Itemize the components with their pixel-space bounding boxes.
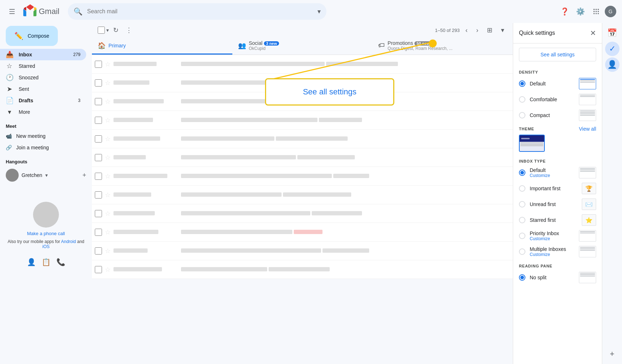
email-checkbox[interactable] (95, 98, 102, 105)
ios-link[interactable]: iOS (42, 244, 50, 249)
table-row[interactable]: ☆ (92, 260, 513, 279)
inbox-important-first-option[interactable]: Important first 🏆 (513, 181, 602, 196)
inbox-default-radio[interactable] (519, 169, 525, 176)
table-row[interactable]: ☆ (92, 111, 513, 130)
inbox-default-option[interactable]: DefaultCustomize (513, 165, 602, 181)
density-default-radio[interactable] (519, 80, 525, 87)
phone-icon[interactable]: 📞 (56, 258, 65, 266)
email-checkbox[interactable] (95, 135, 102, 143)
email-checkbox[interactable] (95, 266, 102, 273)
density-comfortable-radio[interactable] (519, 96, 525, 103)
settings-button[interactable]: ⚙️ (573, 4, 588, 19)
star-icon[interactable]: ☆ (105, 266, 111, 274)
star-icon[interactable]: ☆ (105, 228, 111, 236)
quick-settings-close-button[interactable]: ✕ (590, 29, 596, 37)
inbox-starred-first-radio[interactable] (519, 217, 525, 223)
theme-preview[interactable] (519, 135, 545, 152)
star-icon[interactable]: ☆ (105, 191, 111, 199)
table-row[interactable]: ☆ (92, 242, 513, 260)
add-people-icon[interactable]: 👤 (27, 258, 36, 266)
search-input[interactable] (87, 8, 313, 15)
tab-promotions[interactable]: 🏷 Promotions 50 new Quora Digest, Roam R… (372, 37, 513, 55)
tab-social[interactable]: 👥 Social 3 new OkCupid (232, 37, 373, 55)
apps-button[interactable] (589, 4, 603, 19)
email-checkbox[interactable] (95, 191, 102, 199)
star-icon[interactable]: ☆ (105, 98, 111, 106)
email-checkbox[interactable] (95, 61, 102, 68)
density-compact-option[interactable]: Compact (513, 107, 602, 123)
star-icon[interactable]: ☆ (105, 79, 111, 87)
inbox-unread-first-option[interactable]: Unread first ✉️ (513, 196, 602, 212)
sidebar-item-join-meeting[interactable]: 🔗 Join a meeting (0, 142, 92, 153)
theme-view-all-button[interactable]: View all (579, 126, 596, 132)
google-meet-icon[interactable]: 📅 (605, 26, 619, 40)
tasks-icon[interactable]: ✓ (605, 42, 619, 56)
email-checkbox[interactable] (95, 117, 102, 124)
contacts-panel-icon[interactable]: 👤 (605, 57, 619, 72)
star-icon[interactable]: ☆ (105, 247, 111, 255)
view-options-button[interactable]: ⊞ (484, 25, 495, 36)
table-row[interactable]: ☆ (92, 74, 513, 92)
email-checkbox[interactable] (95, 229, 102, 236)
prev-page-button[interactable]: ‹ (463, 25, 470, 36)
expand-icon[interactable]: + (605, 347, 619, 361)
table-row[interactable]: ☆ (92, 130, 513, 148)
inbox-multiple-customize[interactable]: Customize (530, 252, 575, 257)
star-icon[interactable]: ☆ (105, 210, 111, 218)
sidebar-item-sent[interactable]: ➤ Sent (0, 83, 86, 95)
search-chevron-icon[interactable]: ▾ (317, 8, 321, 15)
table-row[interactable]: ☆ (92, 55, 513, 74)
hangouts-add-icon[interactable]: + (82, 172, 86, 179)
inbox-priority-option[interactable]: Priority InboxCustomize (513, 228, 602, 244)
email-checkbox[interactable] (95, 154, 102, 161)
table-row[interactable]: ☆ (92, 92, 513, 111)
contacts-icon[interactable]: 📋 (42, 258, 51, 266)
search-bar[interactable]: 🔍 ▾ (68, 3, 326, 20)
help-button[interactable]: ❓ (557, 4, 572, 19)
refresh-button[interactable]: ↻ (110, 25, 121, 36)
density-compact-radio[interactable] (519, 112, 525, 118)
inbox-default-customize[interactable]: Customize (530, 173, 575, 178)
inbox-priority-customize[interactable]: Customize (530, 236, 575, 241)
reading-pane-no-split-radio[interactable] (519, 274, 525, 281)
star-icon[interactable]: ☆ (105, 172, 111, 180)
see-all-settings-button[interactable]: See all settings (519, 48, 596, 61)
star-icon[interactable]: ☆ (105, 154, 111, 162)
star-icon[interactable]: ☆ (105, 135, 111, 143)
star-icon[interactable]: ☆ (105, 116, 111, 124)
sidebar-item-drafts[interactable]: 📄 Drafts 3 (0, 95, 86, 106)
table-row[interactable]: ☆ (92, 148, 513, 167)
reading-pane-no-split-option[interactable]: No split (513, 270, 602, 285)
more-options-button[interactable]: ⋮ (123, 25, 135, 36)
email-checkbox[interactable] (95, 173, 102, 180)
inbox-unread-first-radio[interactable] (519, 201, 525, 207)
view-more-button[interactable]: ▾ (498, 25, 507, 36)
sidebar-item-new-meeting[interactable]: 📹 New meeting (0, 130, 92, 142)
hamburger-button[interactable] (6, 4, 20, 19)
email-checkbox[interactable] (95, 210, 102, 217)
table-row[interactable]: ☆ (92, 223, 513, 242)
sidebar-item-snoozed[interactable]: 🕐 Snoozed (0, 72, 86, 83)
density-default-option[interactable]: Default (513, 76, 602, 92)
android-link[interactable]: Android (61, 239, 76, 244)
inbox-multiple-radio[interactable] (519, 248, 525, 255)
next-page-button[interactable]: › (473, 25, 481, 36)
sidebar-item-more[interactable]: ▾ More (0, 106, 86, 118)
select-all-checkbox[interactable] (98, 27, 105, 34)
select-dropdown-icon[interactable]: ▾ (106, 27, 109, 33)
tab-primary[interactable]: 🏠 Primary (92, 37, 232, 55)
email-checkbox[interactable] (95, 79, 102, 87)
inbox-priority-radio[interactable] (519, 233, 525, 239)
avatar[interactable]: G (605, 6, 616, 17)
phone-call-link[interactable]: Make a phone call (27, 231, 65, 236)
inbox-important-first-radio[interactable] (519, 185, 525, 192)
sidebar-item-inbox[interactable]: 📥 Inbox 279 (0, 49, 86, 60)
sidebar-item-starred[interactable]: ☆ Starred (0, 60, 86, 72)
email-checkbox[interactable] (95, 247, 102, 255)
table-row[interactable]: ☆ (92, 167, 513, 186)
star-icon[interactable]: ☆ (105, 60, 111, 68)
density-comfortable-option[interactable]: Comfortable (513, 92, 602, 107)
table-row[interactable]: ☆ (92, 204, 513, 223)
compose-button[interactable]: ✏️ Compose (6, 26, 58, 46)
hangouts-user-item[interactable]: Gretchen ▾ + (0, 166, 92, 185)
